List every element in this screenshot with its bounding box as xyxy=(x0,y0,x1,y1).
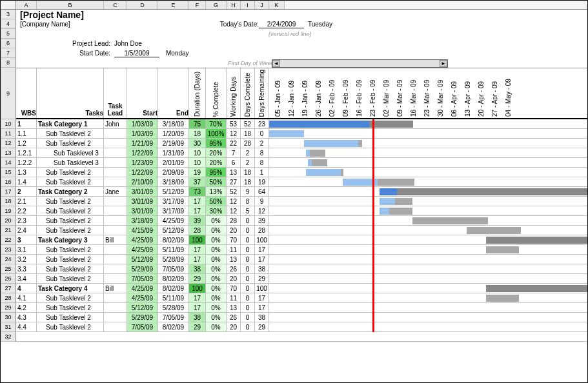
cell-duration[interactable]: 19 xyxy=(189,168,206,177)
cell-duration[interactable]: 18 xyxy=(189,129,206,138)
cell-task[interactable]: Sub Tasklevel 2 xyxy=(37,206,104,215)
table-row[interactable]: 1.4Sub Tasklevel 22/10/093/18/093750%271… xyxy=(16,177,587,187)
cell-days-remaining[interactable]: 29 xyxy=(255,322,269,331)
cell-days-remaining[interactable]: 12 xyxy=(255,206,269,215)
cell-working-days[interactable]: 11 xyxy=(227,245,241,254)
cell-working-days[interactable]: 20 xyxy=(227,274,241,283)
row-header-11[interactable]: 11 xyxy=(1,129,16,139)
cell-lead[interactable]: John xyxy=(104,119,127,128)
cell-working-days[interactable]: 6 xyxy=(227,158,241,167)
cell-working-days[interactable]: 11 xyxy=(227,293,241,302)
row-header-29[interactable]: 29 xyxy=(1,303,16,313)
col-tasks[interactable]: Tasks xyxy=(37,68,104,118)
cell-duration[interactable]: 29 xyxy=(189,274,206,283)
cell-task[interactable]: Sub Tasklevel 3 xyxy=(37,158,104,167)
cell-pct[interactable]: 50% xyxy=(206,197,227,206)
cell-lead[interactable] xyxy=(104,274,127,283)
cell-wbs[interactable]: 3.2 xyxy=(16,255,37,264)
cell-duration[interactable]: 38 xyxy=(189,313,206,322)
col-pct-complete[interactable]: % Complete xyxy=(206,68,227,118)
cell-task[interactable]: Sub Tasklevel 2 xyxy=(37,313,104,322)
row-header-19[interactable]: 19 xyxy=(1,206,16,216)
cell-task[interactable]: Sub Tasklevel 2 xyxy=(37,216,104,225)
col-lead[interactable]: Task Lead xyxy=(104,68,127,118)
cell-days-complete[interactable]: 0 xyxy=(241,284,255,293)
cell-lead[interactable] xyxy=(104,216,127,225)
row-header-12[interactable]: 12 xyxy=(1,139,16,148)
cell-pct[interactable]: 0% xyxy=(206,313,227,322)
cell-days-remaining[interactable]: 17 xyxy=(255,293,269,302)
cell-days-remaining[interactable]: 0 xyxy=(255,129,269,138)
scroll-left-button[interactable]: ◄ xyxy=(272,60,280,67)
cell-duration[interactable]: 17 xyxy=(189,206,206,215)
cell-days-remaining[interactable]: 8 xyxy=(255,158,269,167)
row-header-18[interactable]: 18 xyxy=(1,197,16,206)
cell-pct[interactable]: 30% xyxy=(206,206,227,215)
row-header-27[interactable]: 27 xyxy=(1,284,16,293)
cell-lead[interactable] xyxy=(104,245,127,254)
cell-wbs[interactable]: 2.2 xyxy=(16,206,37,215)
cell-wbs[interactable]: 1.2.2 xyxy=(16,158,37,167)
cell-end[interactable]: 2/19/09 xyxy=(158,139,189,148)
cell-days-remaining[interactable]: 39 xyxy=(255,216,269,225)
table-row[interactable]: 4.1Sub Tasklevel 24/25/095/11/09170%1101… xyxy=(16,293,587,303)
cell-start[interactable]: 5/29/09 xyxy=(127,264,158,273)
row-header-16[interactable]: 16 xyxy=(1,177,16,187)
cell-lead[interactable] xyxy=(104,206,127,215)
cell-wbs[interactable]: 2 xyxy=(16,187,37,196)
cell-days-remaining[interactable]: 100 xyxy=(255,235,269,244)
cell-end[interactable]: 2/09/09 xyxy=(158,168,189,177)
date-col-header[interactable]: 23 - Feb - 09 xyxy=(367,68,380,118)
col-duration[interactable]: Duration (Days) xyxy=(189,68,206,118)
cell-days-complete[interactable]: 28 xyxy=(241,139,255,148)
cell-working-days[interactable]: 28 xyxy=(227,216,241,225)
row-header-15[interactable]: 15 xyxy=(1,168,16,177)
row-header-20[interactable]: 20 xyxy=(1,216,16,226)
row-header-14[interactable]: 14 xyxy=(1,158,16,168)
col-header-F[interactable]: F xyxy=(189,1,206,9)
cell-days-remaining[interactable]: 17 xyxy=(255,255,269,264)
cell-end[interactable]: 1/20/09 xyxy=(158,129,189,138)
cell-start[interactable]: 7/05/09 xyxy=(127,274,158,283)
col-header-C[interactable]: C xyxy=(104,1,127,9)
cell-days-complete[interactable]: 2 xyxy=(241,148,255,157)
cell-start[interactable]: 1/21/09 xyxy=(127,139,158,148)
table-row[interactable]: 3.2Sub Tasklevel 25/12/095/28/09170%1301… xyxy=(16,255,587,264)
cell-days-remaining[interactable]: 17 xyxy=(255,245,269,254)
table-row[interactable]: 4.3Sub Tasklevel 25/29/097/05/09380%2603… xyxy=(16,313,587,322)
col-days-complete[interactable]: Days Complete xyxy=(241,68,255,118)
cell-end[interactable]: 7/05/09 xyxy=(158,264,189,273)
cell-end[interactable]: 4/25/09 xyxy=(158,216,189,225)
cell-task[interactable]: Sub Tasklevel 2 xyxy=(37,139,104,148)
col-header-I[interactable]: I xyxy=(241,1,255,9)
cell-duration[interactable]: 73 xyxy=(189,187,206,196)
cell-duration[interactable]: 30 xyxy=(189,139,206,148)
cell-days-remaining[interactable]: 64 xyxy=(255,187,269,196)
date-col-header[interactable]: 13 - Apr - 09 xyxy=(461,68,475,118)
col-start[interactable]: Start xyxy=(127,68,158,118)
cell-pct[interactable]: 0% xyxy=(206,264,227,273)
cell-working-days[interactable]: 20 xyxy=(227,322,241,331)
cell-start[interactable]: 5/12/09 xyxy=(127,255,158,264)
cell-task[interactable]: Sub Tasklevel 2 xyxy=(37,245,104,254)
cell-task[interactable]: Sub Tasklevel 2 xyxy=(37,197,104,206)
cell-days-remaining[interactable]: 23 xyxy=(255,119,269,128)
cell-task[interactable]: Sub Tasklevel 2 xyxy=(37,168,104,177)
cell-task[interactable]: Sub Tasklevel 3 xyxy=(37,148,104,157)
cell-days-complete[interactable]: 0 xyxy=(241,313,255,322)
cell-wbs[interactable]: 2.1 xyxy=(16,197,37,206)
cell-duration[interactable]: 17 xyxy=(189,293,206,302)
cell-working-days[interactable]: 26 xyxy=(227,264,241,273)
cell-lead[interactable] xyxy=(104,313,127,322)
row-header-31[interactable]: 31 xyxy=(1,322,16,332)
row-header-7[interactable]: 7 xyxy=(1,48,16,58)
cell-wbs[interactable]: 3 xyxy=(16,235,37,244)
cell-end[interactable]: 8/02/09 xyxy=(158,235,189,244)
cell-start[interactable]: 1/03/09 xyxy=(127,129,158,138)
cell-days-complete[interactable]: 0 xyxy=(241,245,255,254)
select-all-corner[interactable] xyxy=(1,1,16,9)
cell-days-complete[interactable]: 0 xyxy=(241,293,255,302)
col-header-G[interactable]: G xyxy=(206,1,227,9)
date-col-header[interactable]: 02 - Mar - 09 xyxy=(380,68,394,118)
cell-task[interactable]: Sub Tasklevel 2 xyxy=(37,303,104,312)
